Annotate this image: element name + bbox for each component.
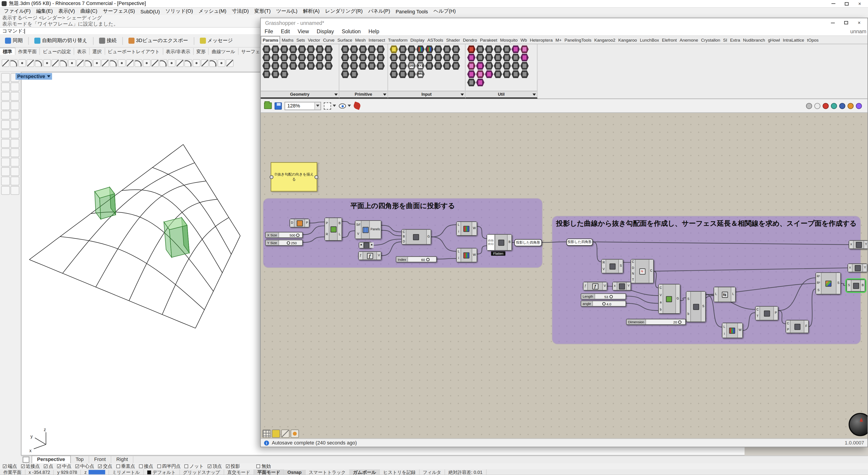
side-tool-icon[interactable]	[11, 186, 20, 195]
component-outputs[interactable]: Y	[864, 241, 868, 248]
gh-tab-params[interactable]: Params	[260, 36, 280, 43]
osnap-toggle[interactable]: 四半円点	[157, 463, 181, 469]
gh-menu-item[interactable]: Help	[365, 28, 383, 34]
chevron-down-icon[interactable]	[461, 94, 464, 96]
palette-icon[interactable]	[262, 70, 271, 78]
slider-track[interactable]: 250	[279, 240, 302, 245]
gh-edge-2[interactable]: xY	[847, 264, 867, 272]
display-teal-icon[interactable]	[831, 103, 837, 109]
side-tool-icon[interactable]	[1, 111, 10, 119]
palette-icon[interactable]	[262, 62, 271, 70]
palette-icon[interactable]	[494, 62, 502, 70]
component-inputs[interactable]: CT	[756, 307, 760, 320]
display-blue-icon[interactable]	[839, 103, 845, 109]
palette-icon[interactable]	[476, 54, 485, 61]
menu-item[interactable]: ファイル(F)	[1, 8, 33, 15]
curve-tool-icon[interactable]	[226, 59, 234, 67]
side-tool-icon[interactable]	[1, 101, 10, 110]
gh-tab-kangaroo2[interactable]: Kangaroo2	[593, 37, 617, 44]
status-toggle[interactable]: ヒストリを記録	[380, 469, 420, 475]
viewport-tab[interactable]: Right	[111, 456, 133, 463]
palette-icon[interactable]	[467, 62, 475, 70]
osnap-toggle[interactable]: ✓頂点	[208, 463, 222, 469]
gh-relay-2[interactable]: 投影した四角形	[566, 239, 593, 246]
side-tool-icon[interactable]	[1, 158, 10, 167]
zoom-select[interactable]: 128%	[285, 101, 321, 110]
palette-icon[interactable]	[476, 70, 485, 78]
gh-selected-out[interactable]: SB	[846, 279, 865, 292]
component-outputs[interactable]: S	[619, 260, 623, 273]
palette-icon[interactable]	[434, 46, 442, 53]
curve-tool-icon[interactable]	[110, 59, 117, 67]
palette-icon[interactable]	[350, 54, 358, 61]
osnap-toggle[interactable]: 無効	[256, 463, 271, 469]
solver-view-icon[interactable]	[291, 429, 299, 438]
gh-edge-1[interactable]: xY	[848, 240, 867, 249]
slider-track[interactable]: 4.0	[593, 301, 625, 306]
component-inputs[interactable]: ƒ	[583, 282, 587, 290]
gh-tab-ghowl[interactable]: gHowl	[767, 37, 781, 44]
slider-track[interactable]: 500	[279, 233, 302, 237]
side-tool-icon[interactable]	[11, 167, 20, 176]
palette-icon[interactable]	[399, 54, 407, 61]
gh-mini-pair[interactable]: ●●	[359, 242, 372, 248]
gh-tab-crystallon[interactable]: Crystallon	[700, 37, 722, 44]
gh-tab-transform[interactable]: Transform	[386, 37, 409, 44]
palette-icon[interactable]	[359, 46, 367, 53]
command-input[interactable]: コマンド:	[0, 27, 260, 34]
checkbox[interactable]	[184, 464, 188, 468]
curve-tool-icon[interactable]	[60, 59, 67, 67]
palette-icon[interactable]	[407, 46, 416, 53]
save-file-icon[interactable]	[275, 102, 282, 109]
toolbar-button[interactable]: 自動同期の切り替え	[32, 36, 90, 46]
palette-icon[interactable]	[390, 70, 398, 78]
palette-icon[interactable]	[467, 79, 475, 86]
menu-item[interactable]: サーフェス(S)	[100, 8, 138, 15]
osnap-toggle[interactable]: ✓中点	[57, 463, 71, 469]
viewport-layout-icon[interactable]	[23, 457, 29, 463]
palette-icon[interactable]	[407, 70, 416, 78]
gh-tab-mesh[interactable]: Mesh	[354, 37, 367, 44]
menu-item[interactable]: 表示(V)	[56, 8, 78, 15]
curve-tool-icon[interactable]	[52, 59, 59, 67]
palette-icon[interactable]	[503, 70, 511, 78]
palette-icon[interactable]	[452, 54, 460, 61]
gh-project-1[interactable]: LiW	[456, 221, 477, 236]
osnap-toggle[interactable]: ✓交点	[98, 463, 112, 469]
palette-icon[interactable]	[289, 54, 297, 61]
gh-surface-cb[interactable]: CBDG	[401, 229, 431, 245]
component-inputs[interactable]: Sb	[686, 292, 690, 322]
close-icon[interactable]: ×	[857, 1, 862, 6]
gh-project-3[interactable]: LiW	[722, 323, 743, 338]
gh-group-1[interactable]: 投影した曲線から抜き勾配面を作成し、サーフェス延長＆相関線を求め、スイープ面を作…	[553, 216, 860, 344]
paint-tool-icon[interactable]	[353, 101, 362, 110]
maximize-icon[interactable]	[844, 1, 849, 6]
side-tool-icon[interactable]	[11, 120, 20, 129]
component-inputs[interactable]: x	[848, 264, 852, 272]
curve-tool-icon[interactable]	[27, 59, 34, 67]
curve-tool-icon[interactable]	[184, 59, 192, 67]
menu-item[interactable]: レンダリング(R)	[322, 8, 365, 15]
gh-unit-z[interactable]: xY	[612, 282, 631, 291]
palette-icon[interactable]	[494, 54, 502, 61]
component-outputs[interactable]: B	[861, 280, 865, 291]
menu-item[interactable]: SubD(U)	[138, 8, 162, 14]
gh-slider-index[interactable]: Index60	[396, 256, 437, 262]
checkbox[interactable]	[157, 464, 161, 468]
component-outputs[interactable]: S	[702, 292, 705, 322]
viewport-tab[interactable]: Top	[70, 456, 89, 463]
gh-tab-maths[interactable]: Maths	[280, 37, 295, 44]
checkbox[interactable]: ✓	[57, 464, 61, 468]
component-outputs[interactable]: G	[427, 230, 431, 244]
curve-tool-icon[interactable]	[168, 59, 176, 67]
gh-menu-item[interactable]: View	[294, 28, 313, 34]
palette-icon[interactable]	[520, 62, 529, 70]
gh-tab-curve[interactable]: Curve	[322, 37, 336, 44]
palette-icon[interactable]	[341, 70, 349, 78]
component-inputs[interactable]: CBD	[402, 230, 406, 244]
gh-tab-wb[interactable]: Wb	[519, 37, 528, 44]
toolbar-button[interactable]: 同期	[2, 36, 26, 46]
palette-icon[interactable]	[512, 54, 520, 61]
gh-expression-1[interactable]: ƒƒV	[358, 251, 381, 260]
component-outputs[interactable]: BL	[338, 218, 342, 240]
